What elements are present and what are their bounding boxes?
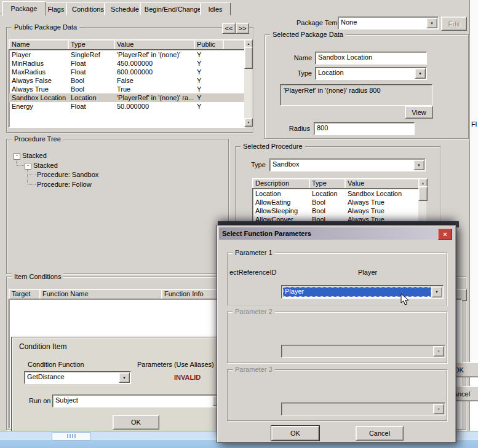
tree-item-stacked-child[interactable]: Stacked	[33, 162, 58, 169]
close-icon[interactable]: ×	[438, 229, 452, 240]
tree-item-stacked-root[interactable]: Stacked	[22, 152, 47, 159]
parameter2-group: Parameter 2 ▼	[227, 312, 447, 363]
run-on-dropdown[interactable]: Subject ▼	[52, 395, 225, 407]
type-dropdown-value: Location	[318, 69, 344, 76]
parameter3-group: Parameter 3 ▼	[227, 369, 447, 421]
tab-conditions-label: Conditions	[72, 6, 104, 13]
procedure-type-dropdown[interactable]: Sandbox ▼	[269, 159, 426, 171]
tree-connector	[17, 165, 24, 167]
name-label: Name	[280, 54, 312, 61]
table-row[interactable]: EnergyFloat50.000000Y	[9, 102, 245, 111]
column-header-name-label: Name	[12, 41, 30, 48]
scrollbar-thumb[interactable]	[244, 47, 253, 69]
chevron-down-icon: ▼	[433, 404, 444, 414]
tab-idles-label: Idles	[208, 6, 222, 13]
parameter3-dropdown: ▼	[281, 403, 445, 415]
table-row[interactable]: PlayerSingleRef'PlayerRef' in '(none)'Y	[9, 50, 245, 59]
public-data-vscrollbar[interactable]: ▲ ▼	[244, 39, 252, 127]
type-dropdown[interactable]: Location ▼	[315, 67, 427, 80]
horizontal-scrollbar-thumb[interactable]	[52, 432, 91, 441]
chevron-down-icon[interactable]: ▼	[415, 68, 426, 79]
parameters-label: Parameters (Use Aliases)	[137, 361, 214, 368]
table-row[interactable]: LocationLocationSandbox Location	[253, 189, 419, 198]
table-row[interactable]: Always TrueBoolTrueY	[9, 85, 245, 93]
procedure-data-table[interactable]: LocationLocationSandbox Location AllowEa…	[252, 188, 420, 225]
table-row[interactable]: AllowSleepingBoolAlways True	[253, 206, 419, 215]
name-input[interactable]: Sandbox Location	[315, 52, 427, 65]
condition-function-label: Condition Function	[28, 361, 84, 368]
condition-item-title: Condition Item	[19, 342, 66, 351]
dialog-title-bar[interactable]: Select Function Parameters	[219, 227, 454, 240]
table-row-selected[interactable]: Sandbox LocationLocation'PlayerRef' in '…	[9, 93, 245, 102]
tree-connector	[16, 160, 17, 165]
procedure-type-label: Type	[251, 161, 266, 168]
parameter1-dropdown[interactable]: Player ▼	[281, 285, 444, 299]
condition-function-value: GetDistance	[27, 373, 65, 380]
column-header-public-label: Public	[197, 41, 215, 48]
run-on-label: Run on	[29, 397, 50, 404]
nav-prev-label: <<	[225, 25, 233, 32]
chevron-down-icon[interactable]: ▼	[119, 372, 130, 383]
tree-connector	[27, 170, 28, 184]
table-row[interactable]: MaxRadiusFloat600.000000Y	[9, 68, 245, 76]
view-button[interactable]: View	[405, 106, 433, 119]
adjacent-window-edge	[470, 0, 478, 360]
table-row[interactable]: Always FalseBoolFalseY	[9, 76, 245, 85]
procedure-header-row: Description Type Value	[252, 178, 418, 188]
scroll-down-icon[interactable]: ▼	[244, 118, 253, 127]
tab-package-label: Package	[11, 5, 38, 12]
nav-prev-button[interactable]: <<	[222, 23, 236, 34]
scrollbar-thumb[interactable]	[418, 186, 428, 201]
select-function-parameters-dialog: Select Function Parameters × Parameter 1…	[217, 225, 456, 443]
selected-package-data-title: Selected Package Data	[270, 31, 346, 39]
dialog-ok-button[interactable]: OK	[271, 426, 319, 441]
chevron-down-icon[interactable]: ▼	[413, 160, 424, 170]
selected-procedure-title: Selected Procedure	[241, 143, 305, 151]
tree-collapse-icon[interactable]: -	[25, 163, 31, 170]
parameter2-title: Parameter 2	[233, 308, 275, 316]
tree-collapse-icon[interactable]: -	[14, 153, 20, 160]
procedure-tree-group: Procedure Tree	[6, 139, 229, 274]
procedure-type-value: Sandbox	[273, 160, 299, 168]
condition-function-dropdown[interactable]: GetDistance ▼	[24, 371, 131, 384]
tree-item-procedure-follow[interactable]: Procedure: Follow	[37, 181, 92, 188]
chevron-down-icon[interactable]: ▼	[426, 18, 437, 28]
parameter1-static-value: Player	[358, 269, 377, 276]
public-package-data-title: Public Package Data	[12, 23, 79, 31]
column-header-value-label: Value	[117, 41, 133, 48]
public-data-header-row: Name Type Value Public	[9, 39, 244, 49]
item-conditions-title: Item Conditions	[12, 273, 63, 281]
chevron-down-icon: ▼	[433, 346, 444, 356]
run-on-value: Subject	[55, 396, 78, 404]
edit-button-label: Edit	[448, 20, 460, 28]
name-input-value: Sandbox Location	[318, 53, 372, 61]
column-header-type-label: Type	[71, 41, 86, 48]
tab-flags-label: Flags	[48, 6, 65, 13]
package-location-preview: 'PlayerRef' in '(none)' radius 800	[280, 84, 432, 106]
procedure-vscrollbar[interactable]: ▲	[418, 178, 426, 225]
public-data-table[interactable]: PlayerSingleRef'PlayerRef' in '(none)'Y …	[9, 49, 245, 128]
radius-input-value: 800	[317, 124, 328, 132]
tab-begin-end-change[interactable]: Begin/End/Change	[140, 2, 206, 15]
tree-item-procedure-sandbox[interactable]: Procedure: Sandbox	[37, 171, 98, 178]
tab-begin-end-change-label: Begin/End/Change	[145, 6, 201, 13]
tab-idles[interactable]: Idles	[200, 2, 231, 15]
nav-next-button[interactable]: >>	[236, 23, 249, 34]
parameter1-title: Parameter 1	[233, 249, 275, 257]
condition-ok-button[interactable]: OK	[113, 415, 159, 430]
tab-package[interactable]: Package	[2, 1, 46, 16]
view-button-label: View	[412, 109, 426, 116]
chevron-down-icon[interactable]: ▼	[431, 286, 442, 297]
type-label: Type	[280, 69, 312, 77]
right-edge-partial-label: Fl	[471, 120, 477, 128]
procedure-tree-title: Procedure Tree	[12, 135, 63, 143]
dialog-cancel-button[interactable]: Cancel	[356, 426, 404, 441]
parameter2-dropdown: ▼	[281, 345, 445, 358]
parameter1-dropdown-value: Player	[285, 288, 304, 295]
package-template-dropdown[interactable]: None ▼	[338, 17, 439, 29]
radius-input[interactable]: 800	[314, 122, 415, 135]
radius-label: Radius	[283, 125, 310, 132]
table-row[interactable]: AllowEatingBoolAlways True	[253, 198, 419, 206]
table-row[interactable]: MinRadiusFloat450.000000Y	[9, 59, 245, 68]
dialog-title: Select Function Parameters	[222, 230, 311, 237]
